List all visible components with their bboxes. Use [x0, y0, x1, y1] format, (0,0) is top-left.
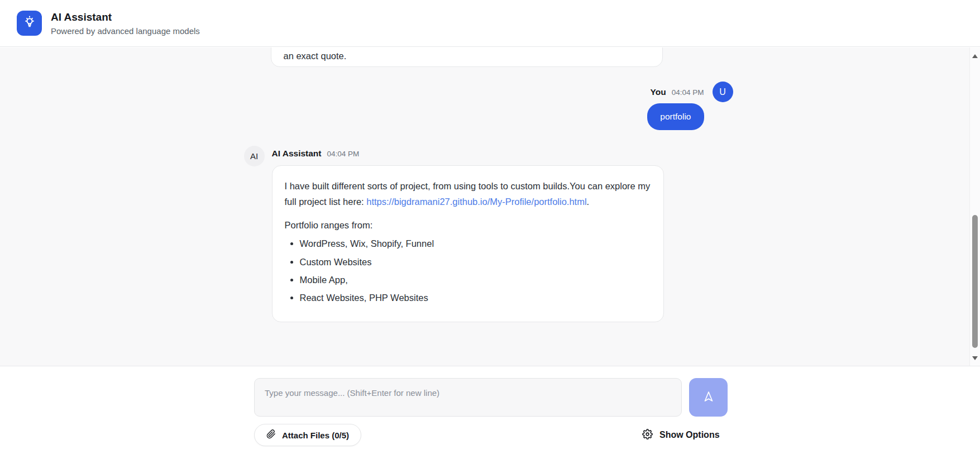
message-text: Portfolio ranges from:	[285, 217, 651, 233]
user-message-bubble: portfolio	[647, 103, 704, 130]
message-meta: AI Assistant 04:04 PM	[272, 149, 664, 159]
scroll-down-icon[interactable]	[972, 356, 978, 360]
app-subtitle: Powered by advanced language models	[51, 26, 200, 36]
list-item: Mobile App,	[300, 272, 651, 288]
gear-icon	[642, 429, 653, 442]
send-button[interactable]	[689, 378, 728, 417]
header-text: AI Assistant Powered by advanced languag…	[51, 11, 200, 36]
attach-files-label: Attach Files (0/5)	[282, 431, 349, 440]
assistant-avatar: AI	[244, 146, 265, 166]
ai-assistant-app: AI Assistant Powered by advanced languag…	[0, 0, 980, 454]
chat-scrollbar[interactable]	[969, 47, 980, 366]
composer-area: Attach Files (0/5) Show Options	[0, 366, 980, 454]
app-title: AI Assistant	[51, 11, 200, 23]
portfolio-list: WordPress, Wix, Shopify, Funnel Custom W…	[285, 236, 651, 306]
sender-name: AI Assistant	[272, 149, 322, 159]
user-avatar: U	[713, 82, 733, 102]
message-bubble-clipped: an exact quote.	[271, 47, 663, 67]
list-item: Custom Websites	[300, 254, 651, 270]
assistant-message: AI AI Assistant 04:04 PM I have built di…	[244, 145, 737, 322]
clipped-message-text: an exact quote.	[284, 51, 347, 61]
paperclip-icon	[266, 429, 276, 441]
message-text: .	[587, 197, 590, 207]
app-header: AI Assistant Powered by advanced languag…	[0, 0, 980, 47]
user-message: You 04:04 PM portfolio U	[244, 82, 737, 130]
message-meta: You 04:04 PM	[651, 87, 704, 97]
show-options-label: Show Options	[659, 430, 720, 440]
message-time: 04:04 PM	[672, 88, 704, 97]
scrollbar-thumb[interactable]	[972, 215, 978, 348]
app-logo	[17, 11, 42, 36]
attach-files-button[interactable]: Attach Files (0/5)	[254, 424, 361, 446]
sender-name: You	[651, 87, 666, 97]
show-options-button[interactable]: Show Options	[642, 427, 720, 443]
message-input[interactable]	[254, 378, 682, 417]
list-item: React Websites, PHP Websites	[300, 290, 651, 305]
list-item: WordPress, Wix, Shopify, Funnel	[300, 236, 651, 251]
message-time: 04:04 PM	[327, 150, 360, 158]
chat-area[interactable]: an exact quote. You 04:04 PM portfolio U…	[0, 47, 980, 366]
portfolio-link[interactable]: https://bigdramani27.github.io/My-Profil…	[366, 197, 586, 207]
scroll-up-icon[interactable]	[972, 54, 978, 58]
assistant-message-bubble: I have built different sorts of project,…	[272, 165, 664, 322]
lightbulb-icon	[22, 15, 37, 32]
paper-plane-icon	[702, 390, 715, 405]
